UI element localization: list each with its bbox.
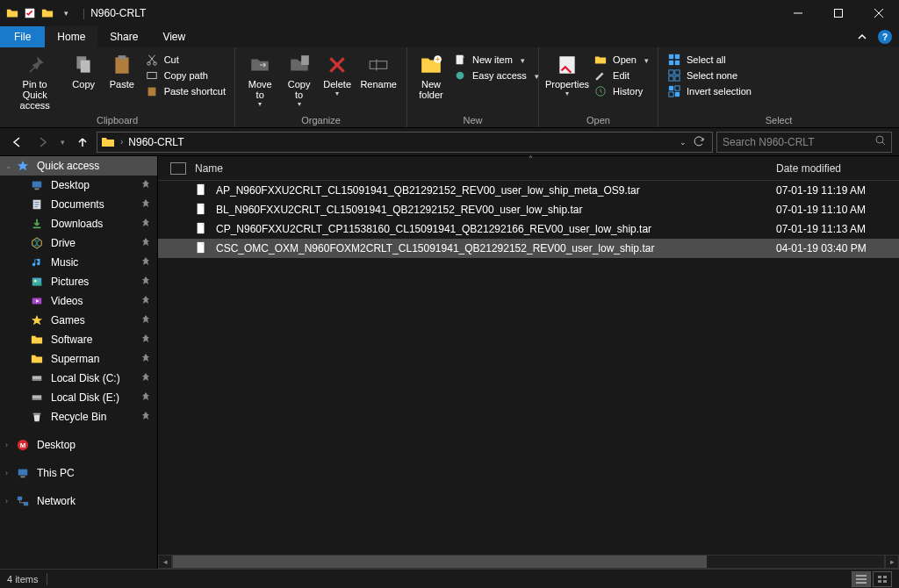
chevron-right-icon[interactable]: › <box>5 469 8 477</box>
chevron-right-icon[interactable]: › <box>5 497 8 506</box>
delete-button[interactable]: Delete▾ <box>319 51 356 98</box>
new-item-button[interactable]: New item <box>453 53 539 67</box>
select-all-checkbox[interactable] <box>170 162 186 175</box>
paste-button[interactable]: Paste <box>103 51 141 91</box>
sidebar-item[interactable]: Local Disk (C:) <box>0 369 157 388</box>
sidebar-item[interactable]: Drive <box>0 233 157 253</box>
move-to-icon <box>246 53 274 77</box>
qat-dropdown-icon[interactable] <box>58 6 72 20</box>
search-input[interactable]: Search N960-CRLT <box>716 132 892 153</box>
breadcrumb[interactable]: N960-CRLT <box>128 136 183 148</box>
sidebar-item[interactable]: Documents <box>0 195 157 214</box>
sidebar-item[interactable]: Games <box>0 311 157 330</box>
properties-qat-icon[interactable] <box>23 6 37 20</box>
tab-view[interactable]: View <box>150 26 198 47</box>
sidebar-item[interactable]: Software <box>0 330 157 349</box>
rename-button[interactable]: Rename <box>356 51 401 91</box>
easy-access-button[interactable]: Easy access <box>453 68 539 82</box>
up-button[interactable] <box>72 132 93 153</box>
collapse-ribbon-button[interactable] <box>852 26 873 47</box>
dropdown-icon[interactable]: ⌄ <box>680 138 687 147</box>
svg-rect-20 <box>675 61 680 65</box>
history-button[interactable]: History <box>593 84 649 98</box>
recent-locations-button[interactable]: ▾ <box>56 132 68 153</box>
address-bar[interactable]: › N960-CRLT ⌄ <box>97 132 713 153</box>
copy-path-button[interactable]: Copy path <box>145 68 226 82</box>
sidebar-item[interactable]: Recycle Bin <box>0 407 157 427</box>
svg-rect-3 <box>81 61 90 73</box>
tab-file[interactable]: File <box>0 26 45 47</box>
file-icon <box>195 241 209 255</box>
forward-button[interactable] <box>32 132 53 153</box>
folder-icon <box>101 135 115 149</box>
sidebar-item-icon <box>30 333 44 347</box>
large-icons-view-button[interactable] <box>873 571 892 587</box>
pin-icon <box>141 334 150 345</box>
column-date[interactable]: Date modified <box>776 162 899 175</box>
select-none-button[interactable]: Select none <box>667 68 752 82</box>
file-row[interactable]: AP_N960FXXU2CRLT_CL15091941_QB21292152_R… <box>158 181 899 200</box>
sidebar-item-label: Games <box>51 314 134 326</box>
sidebar-item[interactable]: Local Disk (E:) <box>0 388 157 407</box>
sidebar-desktop-root[interactable]: › M Desktop <box>0 435 157 455</box>
svg-rect-43 <box>18 470 28 476</box>
sidebar-item[interactable]: Videos <box>0 291 157 311</box>
address-bar-row: ▾ › N960-CRLT ⌄ Search N960-CRLT <box>0 128 899 156</box>
properties-button[interactable]: Properties▾ <box>544 51 590 98</box>
copy-button[interactable]: Copy <box>64 51 103 91</box>
copy-to-button[interactable]: Copy to▾ <box>279 51 318 109</box>
move-to-button[interactable]: Move to▾ <box>241 51 279 109</box>
sidebar-this-pc[interactable]: › This PC <box>0 463 157 483</box>
sidebar-quick-access[interactable]: ⌄ Quick access <box>0 156 157 176</box>
sidebar-item[interactable]: Downloads <box>0 214 157 233</box>
sidebar-item-label: Downloads <box>51 218 134 230</box>
close-button[interactable] <box>859 0 899 26</box>
invert-selection-button[interactable]: Invert selection <box>667 84 752 98</box>
minimize-button[interactable] <box>778 0 818 26</box>
new-folder-button[interactable]: New folder <box>413 51 450 102</box>
help-button[interactable]: ? <box>878 30 892 44</box>
sidebar-item[interactable]: Pictures <box>0 272 157 291</box>
pin-to-quick-access-button[interactable]: Pin to Quick access <box>5 51 64 112</box>
file-row[interactable]: CSC_OMC_OXM_N960FOXM2CRLT_CL15091941_QB2… <box>158 239 899 258</box>
sidebar-item[interactable]: Desktop <box>0 176 157 195</box>
scroll-left-button[interactable]: ◂ <box>158 555 172 569</box>
copy-to-icon <box>285 53 313 77</box>
cut-icon <box>145 53 159 67</box>
file-row[interactable]: BL_N960FXXU2CRLT_CL15091941_QB21292152_R… <box>158 200 899 219</box>
horizontal-scrollbar[interactable]: ◂ ▸ <box>158 555 899 569</box>
svg-rect-5 <box>119 55 126 59</box>
chevron-right-icon[interactable]: › <box>120 137 123 147</box>
svg-rect-40 <box>33 413 41 415</box>
scroll-right-button[interactable]: ▸ <box>885 555 899 569</box>
svg-rect-18 <box>675 54 680 59</box>
cut-button[interactable]: Cut <box>145 53 226 67</box>
sort-indicator-icon: ˄ <box>529 154 533 164</box>
edit-button[interactable]: Edit <box>593 68 649 82</box>
scrollbar-thumb[interactable] <box>173 556 707 568</box>
open-button[interactable]: Open <box>593 53 649 67</box>
tab-home[interactable]: Home <box>45 26 97 47</box>
paste-icon <box>108 53 136 77</box>
maximize-button[interactable] <box>818 0 859 26</box>
details-view-button[interactable] <box>852 571 871 587</box>
svg-rect-39 <box>32 398 42 400</box>
paste-shortcut-icon <box>145 84 159 98</box>
file-row[interactable]: CP_N960FXXU2CRLT_CP11538160_CL15091941_Q… <box>158 219 899 239</box>
sidebar-item-label: Superman <box>51 353 134 365</box>
back-button[interactable] <box>7 132 28 153</box>
folder-qat-icon[interactable] <box>40 6 54 20</box>
refresh-button[interactable] <box>694 135 705 149</box>
sidebar-network[interactable]: › Network <box>0 491 157 511</box>
file-name: CP_N960FXXU2CRLT_CP11538160_CL15091941_Q… <box>216 223 776 235</box>
sidebar-item[interactable]: Superman <box>0 349 157 369</box>
tab-share[interactable]: Share <box>97 26 150 47</box>
select-all-button[interactable]: Select all <box>667 53 752 67</box>
chevron-down-icon[interactable]: ⌄ <box>5 161 12 170</box>
sidebar-item[interactable]: Music <box>0 253 157 272</box>
column-name[interactable]: Name <box>195 162 776 175</box>
chevron-right-icon[interactable]: › <box>5 441 8 449</box>
paste-shortcut-button[interactable]: Paste shortcut <box>145 84 226 98</box>
svg-rect-4 <box>115 57 128 73</box>
sidebar-item-icon <box>30 236 44 250</box>
